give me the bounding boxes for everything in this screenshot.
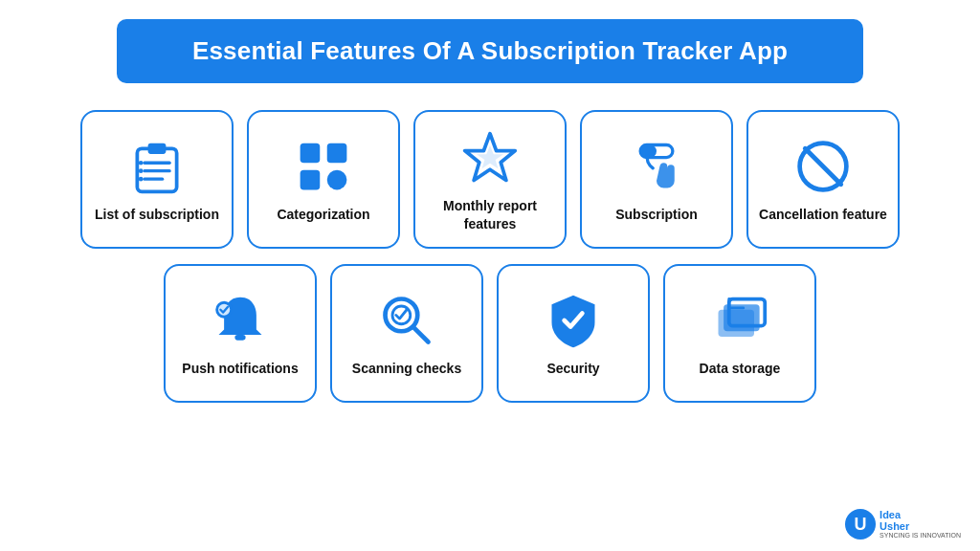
files-icon — [710, 291, 769, 350]
card-list-of-subscription: List of subscription — [80, 110, 234, 249]
card-data-storage: Data storage — [663, 264, 816, 403]
security-label: Security — [546, 360, 599, 377]
logo-letter: U — [855, 515, 867, 535]
push-notifications-label: Push notifications — [182, 360, 298, 377]
card-push-notifications: Push notifications — [164, 264, 317, 403]
features-container: List of subscriptionCategorizationMonthl… — [38, 110, 942, 403]
logo-circle: U — [845, 509, 876, 540]
logo-area: U Idea Usher SYNCING IS INNOVATION — [845, 509, 961, 540]
subscription-label: Subscription — [615, 206, 698, 223]
row-2: Push notificationsScanning checksSecurit… — [38, 264, 942, 403]
clipboard-icon — [127, 137, 187, 196]
grid-icon — [294, 137, 353, 196]
bell-icon — [211, 291, 270, 350]
scanning-checks-label: Scanning checks — [352, 360, 461, 377]
logo-text: Idea Usher SYNCING IS INNOVATION — [880, 509, 961, 540]
cancel-icon — [793, 137, 853, 196]
card-monthly-report: Monthly report features — [413, 110, 567, 249]
star-icon — [460, 128, 520, 187]
title-bar: Essential Features Of A Subscription Tra… — [117, 19, 863, 83]
card-categorization: Categorization — [247, 110, 400, 249]
monthly-report-label: Monthly report features — [425, 197, 555, 231]
categorization-label: Categorization — [277, 206, 369, 223]
page-title: Essential Features Of A Subscription Tra… — [155, 36, 825, 66]
row-1: List of subscriptionCategorizationMonthl… — [38, 110, 942, 249]
card-security: Security — [497, 264, 650, 403]
cancellation-label: Cancellation feature — [759, 206, 887, 223]
touch-icon — [627, 137, 686, 196]
card-scanning-checks: Scanning checks — [330, 264, 483, 403]
shield-icon — [544, 291, 603, 350]
list-of-subscription-label: List of subscription — [95, 206, 219, 223]
card-cancellation: Cancellation feature — [746, 110, 900, 249]
card-subscription: Subscription — [580, 110, 733, 249]
scan-icon — [377, 291, 436, 350]
data-storage-label: Data storage — [700, 360, 781, 377]
